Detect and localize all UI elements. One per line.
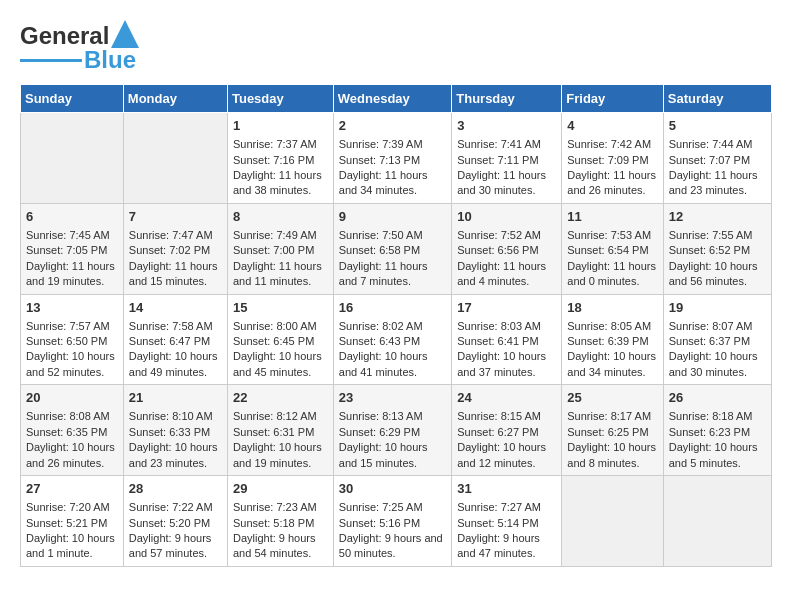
cell-content: Sunset: 7:13 PM xyxy=(339,153,446,168)
cell-content: Sunrise: 7:23 AM xyxy=(233,500,328,515)
cell-content: Sunrise: 7:42 AM xyxy=(567,137,657,152)
cell-content: Sunrise: 7:20 AM xyxy=(26,500,118,515)
cell-content: Daylight: 10 hours and 41 minutes. xyxy=(339,349,446,380)
cell-content: Sunset: 7:11 PM xyxy=(457,153,556,168)
cell-content: Sunset: 7:09 PM xyxy=(567,153,657,168)
day-number: 24 xyxy=(457,389,556,407)
cell-content: Sunrise: 7:41 AM xyxy=(457,137,556,152)
day-header-wednesday: Wednesday xyxy=(333,85,451,113)
day-number: 23 xyxy=(339,389,446,407)
cell-content: Sunrise: 8:00 AM xyxy=(233,319,328,334)
cell-content: Daylight: 10 hours and 49 minutes. xyxy=(129,349,222,380)
calendar-cell: 3Sunrise: 7:41 AMSunset: 7:11 PMDaylight… xyxy=(452,113,562,204)
day-number: 18 xyxy=(567,299,657,317)
cell-content: Sunrise: 7:25 AM xyxy=(339,500,446,515)
cell-content: Daylight: 10 hours and 45 minutes. xyxy=(233,349,328,380)
cell-content: Daylight: 10 hours and 23 minutes. xyxy=(129,440,222,471)
cell-content: Daylight: 10 hours and 12 minutes. xyxy=(457,440,556,471)
cell-content: Daylight: 10 hours and 1 minute. xyxy=(26,531,118,562)
cell-content: Sunset: 7:07 PM xyxy=(669,153,766,168)
calendar-cell: 27Sunrise: 7:20 AMSunset: 5:21 PMDayligh… xyxy=(21,476,124,567)
cell-content: Sunset: 6:56 PM xyxy=(457,243,556,258)
cell-content: Sunset: 6:54 PM xyxy=(567,243,657,258)
calendar-cell: 9Sunrise: 7:50 AMSunset: 6:58 PMDaylight… xyxy=(333,203,451,294)
calendar-cell: 13Sunrise: 7:57 AMSunset: 6:50 PMDayligh… xyxy=(21,294,124,385)
cell-content: Sunrise: 7:57 AM xyxy=(26,319,118,334)
day-number: 15 xyxy=(233,299,328,317)
cell-content: Daylight: 9 hours and 54 minutes. xyxy=(233,531,328,562)
calendar-cell xyxy=(21,113,124,204)
cell-content: Sunrise: 7:37 AM xyxy=(233,137,328,152)
day-number: 1 xyxy=(233,117,328,135)
cell-content: Daylight: 10 hours and 19 minutes. xyxy=(233,440,328,471)
calendar-cell: 12Sunrise: 7:55 AMSunset: 6:52 PMDayligh… xyxy=(663,203,771,294)
cell-content: Daylight: 10 hours and 8 minutes. xyxy=(567,440,657,471)
day-header-thursday: Thursday xyxy=(452,85,562,113)
calendar-cell: 22Sunrise: 8:12 AMSunset: 6:31 PMDayligh… xyxy=(227,385,333,476)
cell-content: Daylight: 11 hours and 30 minutes. xyxy=(457,168,556,199)
day-header-friday: Friday xyxy=(562,85,663,113)
calendar-cell: 19Sunrise: 8:07 AMSunset: 6:37 PMDayligh… xyxy=(663,294,771,385)
day-number: 10 xyxy=(457,208,556,226)
calendar-cell: 14Sunrise: 7:58 AMSunset: 6:47 PMDayligh… xyxy=(123,294,227,385)
calendar-cell: 15Sunrise: 8:00 AMSunset: 6:45 PMDayligh… xyxy=(227,294,333,385)
calendar-cell xyxy=(123,113,227,204)
day-number: 21 xyxy=(129,389,222,407)
cell-content: Sunset: 6:45 PM xyxy=(233,334,328,349)
cell-content: Sunrise: 7:47 AM xyxy=(129,228,222,243)
cell-content: Sunrise: 7:39 AM xyxy=(339,137,446,152)
calendar-cell xyxy=(663,476,771,567)
day-number: 5 xyxy=(669,117,766,135)
cell-content: Daylight: 9 hours and 47 minutes. xyxy=(457,531,556,562)
cell-content: Sunrise: 8:03 AM xyxy=(457,319,556,334)
calendar-cell: 6Sunrise: 7:45 AMSunset: 7:05 PMDaylight… xyxy=(21,203,124,294)
cell-content: Sunrise: 7:44 AM xyxy=(669,137,766,152)
day-number: 20 xyxy=(26,389,118,407)
cell-content: Daylight: 9 hours and 50 minutes. xyxy=(339,531,446,562)
logo-icon xyxy=(111,20,139,48)
day-number: 14 xyxy=(129,299,222,317)
day-header-monday: Monday xyxy=(123,85,227,113)
cell-content: Sunset: 6:29 PM xyxy=(339,425,446,440)
day-number: 11 xyxy=(567,208,657,226)
cell-content: Sunrise: 8:07 AM xyxy=(669,319,766,334)
cell-content: Daylight: 11 hours and 7 minutes. xyxy=(339,259,446,290)
cell-content: Sunset: 7:02 PM xyxy=(129,243,222,258)
calendar-week-2: 6Sunrise: 7:45 AMSunset: 7:05 PMDaylight… xyxy=(21,203,772,294)
day-number: 31 xyxy=(457,480,556,498)
cell-content: Sunset: 6:33 PM xyxy=(129,425,222,440)
cell-content: Sunrise: 8:05 AM xyxy=(567,319,657,334)
cell-content: Sunrise: 7:49 AM xyxy=(233,228,328,243)
cell-content: Daylight: 9 hours and 57 minutes. xyxy=(129,531,222,562)
cell-content: Sunset: 6:27 PM xyxy=(457,425,556,440)
cell-content: Sunset: 6:58 PM xyxy=(339,243,446,258)
cell-content: Sunset: 5:14 PM xyxy=(457,516,556,531)
day-number: 9 xyxy=(339,208,446,226)
day-number: 12 xyxy=(669,208,766,226)
calendar-week-1: 1Sunrise: 7:37 AMSunset: 7:16 PMDaylight… xyxy=(21,113,772,204)
cell-content: Sunset: 6:50 PM xyxy=(26,334,118,349)
cell-content: Daylight: 10 hours and 37 minutes. xyxy=(457,349,556,380)
calendar-cell: 1Sunrise: 7:37 AMSunset: 7:16 PMDaylight… xyxy=(227,113,333,204)
cell-content: Sunset: 6:25 PM xyxy=(567,425,657,440)
cell-content: Sunrise: 8:08 AM xyxy=(26,409,118,424)
cell-content: Daylight: 10 hours and 52 minutes. xyxy=(26,349,118,380)
day-header-sunday: Sunday xyxy=(21,85,124,113)
calendar-cell: 7Sunrise: 7:47 AMSunset: 7:02 PMDaylight… xyxy=(123,203,227,294)
cell-content: Sunrise: 8:10 AM xyxy=(129,409,222,424)
cell-content: Sunrise: 7:58 AM xyxy=(129,319,222,334)
cell-content: Daylight: 11 hours and 19 minutes. xyxy=(26,259,118,290)
calendar-cell: 16Sunrise: 8:02 AMSunset: 6:43 PMDayligh… xyxy=(333,294,451,385)
day-number: 8 xyxy=(233,208,328,226)
cell-content: Sunset: 7:16 PM xyxy=(233,153,328,168)
calendar-cell: 17Sunrise: 8:03 AMSunset: 6:41 PMDayligh… xyxy=(452,294,562,385)
cell-content: Sunrise: 7:27 AM xyxy=(457,500,556,515)
day-number: 27 xyxy=(26,480,118,498)
cell-content: Sunset: 6:47 PM xyxy=(129,334,222,349)
calendar-cell: 28Sunrise: 7:22 AMSunset: 5:20 PMDayligh… xyxy=(123,476,227,567)
day-number: 26 xyxy=(669,389,766,407)
calendar-cell: 30Sunrise: 7:25 AMSunset: 5:16 PMDayligh… xyxy=(333,476,451,567)
calendar-week-5: 27Sunrise: 7:20 AMSunset: 5:21 PMDayligh… xyxy=(21,476,772,567)
cell-content: Sunrise: 7:55 AM xyxy=(669,228,766,243)
cell-content: Sunrise: 8:17 AM xyxy=(567,409,657,424)
